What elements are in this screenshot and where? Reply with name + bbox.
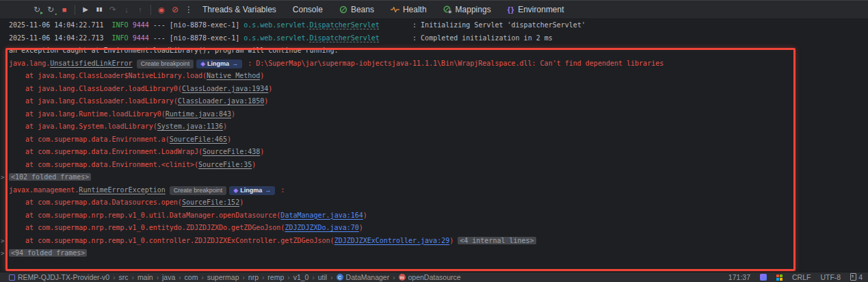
breadcrumb-item[interactable]: java: [162, 273, 175, 281]
breadcrumb-separator: ›: [312, 274, 314, 281]
stack-frame-link[interactable]: Native Method: [207, 72, 260, 79]
stack-frame-link[interactable]: DispatcherServlet: [310, 34, 380, 42]
console-text: at com.supermap.data.Environment.a(: [9, 136, 170, 143]
console-line: 2025-11-06 14:04:22.713 INFO 9444 --- [n…: [9, 32, 868, 45]
folded-frames-chip[interactable]: <94 folded frames>: [9, 249, 87, 257]
console-line: at java.lang.ClassLoader.loadLibrary0(Cl…: [9, 83, 868, 96]
rerun-button[interactable]: ↻▸: [30, 3, 44, 16]
stack-frame-link[interactable]: ClassLoader.java:1850: [178, 97, 264, 105]
console-output[interactable]: 2025-11-06 14:04:22.711 INFO 9444 --- [n…: [0, 19, 868, 272]
stack-frame-link[interactable]: SourceFile:35: [198, 161, 252, 168]
tab-console[interactable]: Console: [293, 5, 323, 14]
stack-frame-link[interactable]: SourceFile:152: [182, 198, 239, 206]
resume-button[interactable]: ▶: [79, 3, 92, 16]
breadcrumb-item[interactable]: com: [185, 273, 198, 281]
fold-toggle-icon[interactable]: >: [1, 247, 4, 260]
breadcrumb-item[interactable]: CDataManager: [337, 273, 390, 281]
breadcrumb-separator: ›: [287, 274, 289, 281]
lingma-status-icon[interactable]: [760, 274, 767, 281]
breadcrumb-item[interactable]: mopenDatasource: [399, 273, 461, 281]
console-text: at java.lang.ClassLoader.loadLibrary0(: [9, 85, 182, 92]
breadcrumb-item[interactable]: util: [318, 273, 327, 281]
step-over-button: ↷: [106, 3, 120, 16]
more-options-button[interactable]: ⋮: [182, 3, 196, 16]
mute-breakpoints-button[interactable]: ⊘: [168, 3, 182, 16]
status-widgets: 171:37 CRLF UTF-8 4: [728, 273, 863, 282]
stack-frame-link[interactable]: RuntimeErrorException: [79, 186, 165, 194]
health-icon: [391, 5, 399, 14]
breadcrumb-item[interactable]: v1_0: [293, 273, 309, 281]
breadcrumb-item[interactable]: supermap: [207, 273, 239, 281]
console-text: ): [359, 224, 363, 231]
tab-health[interactable]: Health: [391, 5, 427, 14]
lingma-assistant-button[interactable]: ◆Lingma→: [229, 186, 275, 195]
console-text: ): [252, 161, 256, 168]
folded-frames-chip[interactable]: <4 internal lines>: [458, 237, 536, 244]
breadcrumb-item[interactable]: REMP-QJDJ-TX-Provider-v0: [9, 273, 109, 281]
encoding-selector[interactable]: UTF-8: [820, 273, 841, 281]
console-line: > at com.supermap.nrp.remp.v1_0.controll…: [9, 235, 868, 248]
cursor-position[interactable]: 171:37: [728, 273, 750, 281]
console-text: ): [239, 198, 244, 206]
debug-toolbar: ↻▸↻●■▶▮▮↷↓↑◉⊘⋮ Threads & VariablesConsol…: [0, 0, 868, 19]
console-text: o.s.web.servlet.: [244, 21, 309, 29]
console-text: ): [363, 212, 367, 219]
tab-beans[interactable]: Beans: [339, 5, 374, 14]
console-line: at com.supermap.data.Environment.a(Sourc…: [9, 133, 868, 146]
view-breakpoints-button[interactable]: ◉: [155, 3, 168, 16]
pause-button[interactable]: ▮▮: [92, 3, 106, 16]
console-line: 2025-11-06 14:04:22.711 INFO 9444 --- [n…: [9, 19, 868, 32]
console-text: o.s.web.servlet.: [244, 34, 309, 42]
breadcrumb-separator: ›: [262, 274, 264, 281]
stack-frame-link[interactable]: System.java:1136: [157, 123, 223, 130]
tab-label: Beans: [351, 5, 374, 14]
debugger-tabs: Threads & VariablesConsoleBeansHealthMap…: [202, 5, 564, 14]
breadcrumb-item[interactable]: main: [137, 273, 153, 281]
stop-button[interactable]: ■: [57, 3, 71, 16]
microsoft-icon[interactable]: [776, 274, 782, 281]
fold-toggle-icon[interactable]: >: [1, 235, 4, 248]
indent-size: 4: [858, 273, 863, 281]
stack-frame-link[interactable]: ZDJZDJZXDo.java:70: [285, 224, 358, 231]
breadcrumb-item[interactable]: remp: [267, 273, 284, 281]
console-text: java.lang.: [9, 60, 50, 67]
status-bar: REMP-QJDJ-TX-Provider-v0›src›main›java›c…: [0, 272, 868, 282]
console-text: INFO: [112, 21, 129, 29]
console-text: ): [264, 97, 268, 105]
console-text: at com.supermap.nrp.remp.v1_0.entitydo.Z…: [9, 224, 285, 231]
breadcrumb-label: src: [119, 273, 129, 281]
stack-frame-link[interactable]: DataManager.java:164: [280, 212, 363, 219]
folded-frames-chip[interactable]: <102 folded frames>: [9, 173, 91, 181]
restart-button[interactable]: ↻●: [44, 3, 57, 16]
tab-environment[interactable]: {}Environment: [508, 5, 564, 14]
console-line: at com.supermap.data.Environment.LoadWra…: [9, 146, 868, 159]
fold-toggle-icon[interactable]: >: [1, 171, 4, 184]
bean-icon: [339, 5, 347, 14]
breadcrumb-label: remp: [267, 273, 284, 281]
stack-frame-link[interactable]: Runtime.java:843: [166, 110, 231, 118]
step-into-button: ↓: [120, 3, 133, 16]
breadcrumb-label: java: [162, 273, 175, 281]
create-breakpoint-button[interactable]: Create breakpoint: [137, 60, 194, 68]
breadcrumb-separator: ›: [242, 274, 244, 281]
console-text: ): [260, 148, 264, 155]
stack-frame-link[interactable]: ZDJZDJZXExController.java:29: [334, 237, 450, 244]
stack-frame-link[interactable]: DispatcherServlet: [310, 21, 380, 29]
breadcrumb-item[interactable]: src: [119, 273, 129, 281]
stack-frame-link[interactable]: SourceFile:438: [202, 148, 260, 155]
console-text: at com.supermap.data.Environment.LoadWra…: [9, 148, 202, 155]
console-text: at java.lang.System.loadLibrary(: [9, 123, 157, 130]
stack-frame-link[interactable]: ClassLoader.java:1934: [182, 85, 268, 92]
tab-mappings[interactable]: Mappings: [443, 5, 491, 14]
breadcrumb-item[interactable]: nrp: [248, 273, 259, 281]
tab-threads-variables[interactable]: Threads & Variables: [202, 5, 276, 14]
line-ending-selector[interactable]: CRLF: [792, 273, 811, 281]
create-breakpoint-button[interactable]: Create breakpoint: [170, 186, 227, 195]
stack-frame-link[interactable]: UnsatisfiedLinkError: [50, 60, 132, 67]
console-line: at com.supermap.nrp.remp.v1_0.util.DataM…: [9, 209, 868, 222]
lingma-assistant-button[interactable]: ◆Lingma→: [196, 60, 242, 68]
indent-widget[interactable]: 4: [850, 273, 863, 282]
stack-frame-link[interactable]: SourceFile:465: [170, 136, 227, 143]
lingma-arrow-icon: →: [232, 60, 238, 67]
console-text: --- [nio-8878-exec-1]: [149, 34, 244, 42]
